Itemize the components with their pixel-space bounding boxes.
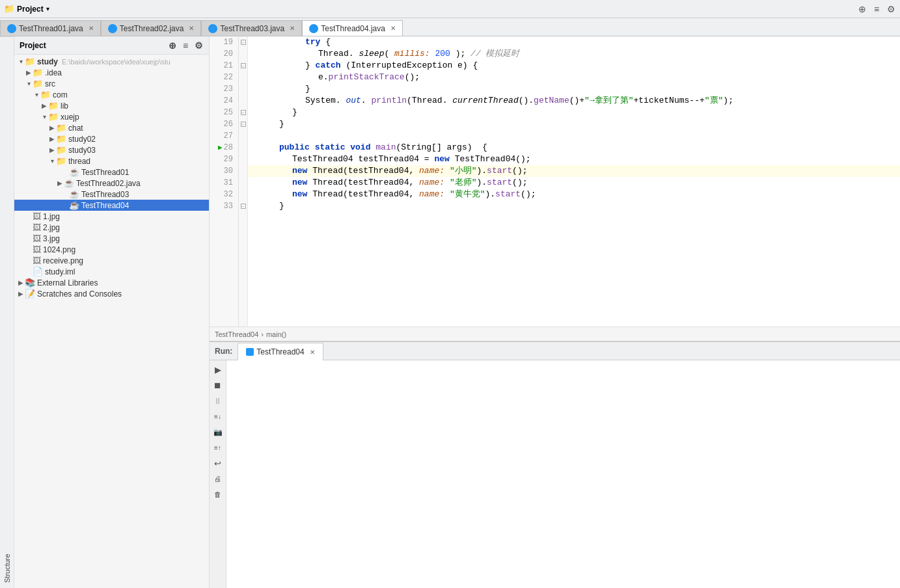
line-num-30: 30: [210, 165, 238, 177]
settings-icon[interactable]: ⚙: [886, 4, 896, 14]
java-file-icon: [309, 24, 318, 33]
fold-33[interactable]: −: [241, 204, 246, 209]
folder-icon: 📁: [33, 68, 43, 77]
sidebar-add-icon[interactable]: ⊕: [167, 40, 178, 51]
gutter-19: −: [239, 36, 247, 48]
tree-item-testthread03[interactable]: ☕ TestThread03: [14, 189, 209, 200]
code-text: try {: [305, 36, 331, 48]
tree-item-scratches[interactable]: ▶ 📝 Scratches and Consoles: [14, 288, 209, 299]
code-line-21: } catch (InterruptedException e) {: [248, 60, 900, 72]
tree-item-study[interactable]: ▾ 📁 study E:\baidu\workspace\idea\xuejp\…: [14, 56, 209, 67]
sidebar-item-z[interactable]: Z:: [0, 36, 1, 588]
code-view[interactable]: 19 20 21 22 23 24 25 26 27 ▶28 29 30 31 …: [210, 36, 900, 327]
tree-item-idea[interactable]: ▶ 📁 .idea: [14, 67, 209, 78]
restore-button[interactable]: ↩: [211, 457, 225, 470]
arrow-icon: ▾: [40, 113, 48, 120]
bottom-tabs: Run: TestThread04 ✕: [210, 342, 900, 360]
tree-item-3jpg[interactable]: 🖼 3.jpg: [14, 233, 209, 244]
pause-button[interactable]: ⏸: [211, 394, 225, 407]
add-icon[interactable]: ⊕: [857, 4, 867, 14]
dropdown-arrow[interactable]: ▾: [46, 5, 49, 12]
fold-26[interactable]: −: [241, 122, 246, 127]
sidebar-header: Project ⊕ ≡ ⚙: [14, 36, 209, 55]
close-tab-icon[interactable]: ✕: [189, 25, 194, 32]
java-file-icon: ☕: [69, 167, 79, 177]
tab-testthread04[interactable]: TestThread04.java ✕: [302, 20, 403, 36]
tab-testthread02[interactable]: TestThread02.java ✕: [101, 20, 202, 36]
folder-icon: 📁: [40, 90, 51, 100]
tree-item-study03[interactable]: ▶ 📁 study03: [14, 144, 209, 155]
sidebar-settings-icon[interactable]: ⚙: [193, 40, 204, 51]
run-gutter-icon[interactable]: ▶: [218, 142, 223, 154]
folder-icon: 📁: [56, 134, 66, 144]
tree-label: TestThread03: [81, 190, 129, 199]
tree-label: 1.jpg: [43, 212, 60, 221]
close-tab-icon[interactable]: ✕: [89, 25, 94, 32]
tree-item-2jpg[interactable]: 🖼 2.jpg: [14, 222, 209, 233]
clear-button[interactable]: 🗑: [211, 488, 225, 501]
sidebar-menu-icon[interactable]: ≡: [180, 40, 191, 51]
java-file-icon: [108, 24, 117, 33]
code-text: }: [292, 107, 297, 118]
tree-item-chat[interactable]: ▶ 📁 chat: [14, 122, 209, 133]
tree-item-testthread02-folder[interactable]: ▶ ☕ TestThread02.java: [14, 178, 209, 189]
screenshot-button[interactable]: 📷: [211, 425, 225, 438]
line-num-33: 33: [210, 200, 238, 212]
tree-label: thread: [68, 157, 90, 166]
stop-button[interactable]: ⏹: [211, 379, 225, 392]
sidebar-item-structure[interactable]: Structure: [1, 36, 14, 588]
sidebar-header-icons: ⊕ ≡ ⚙: [167, 40, 204, 51]
tree-item-1jpg[interactable]: 🖼 1.jpg: [14, 211, 209, 222]
java-file-icon: [208, 24, 217, 33]
tree-item-thread[interactable]: ▾ 📁 thread: [14, 155, 209, 167]
top-bar-icons: ⊕ ≡ ⚙: [857, 4, 896, 14]
bottom-tab-testthread04[interactable]: TestThread04 ✕: [238, 343, 323, 361]
close-run-tab-icon[interactable]: ✕: [310, 349, 315, 356]
line-num-29: 29: [210, 154, 238, 165]
code-text: public static void main(String[] args) {: [279, 142, 487, 154]
bottom-left-tools: ▶ ⏹ ⏸ ≡↓ 📷 ≡↑ ↩ 🖨 🗑: [210, 360, 226, 588]
print-button[interactable]: 🖨: [211, 472, 225, 485]
tree-item-study02[interactable]: ▶ 📁 study02: [14, 133, 209, 144]
tree-item-com[interactable]: ▾ 📁 com: [14, 89, 209, 100]
tab-testthread03[interactable]: TestThread03.java ✕: [201, 20, 302, 36]
code-text: }: [279, 118, 284, 130]
fold-21[interactable]: −: [241, 63, 246, 68]
code-lines: try { Thread. sleep( millis: 200 ); // 模…: [248, 36, 900, 327]
tree-item-src[interactable]: ▾ 📁 src: [14, 78, 209, 89]
tree-label: lib: [61, 101, 68, 111]
tab-testthread01[interactable]: TestThread01.java ✕: [0, 20, 101, 36]
tree-label: src: [45, 79, 55, 88]
bottom-main: ▶ ⏹ ⏸ ≡↓ 📷 ≡↑ ↩ 🖨 🗑: [210, 360, 900, 588]
run-button[interactable]: ▶: [211, 363, 225, 376]
folder-icon: 📁: [48, 112, 59, 122]
tree-item-testthread01[interactable]: ☕ TestThread01: [14, 167, 209, 178]
tree-item-1024png[interactable]: 🖼 1024.png: [14, 244, 209, 255]
tree-item-lib[interactable]: ▶ 📁 lib: [14, 100, 209, 111]
arrow-icon: ▾: [17, 58, 25, 65]
fold-19[interactable]: −: [241, 40, 246, 45]
close-tab-icon[interactable]: ✕: [390, 25, 396, 32]
folder-icon: 📁: [56, 145, 66, 155]
folder-icon: 📁: [56, 123, 66, 133]
gutter-32: [239, 189, 247, 200]
arrow-icon: ▶: [48, 124, 56, 131]
image-file-icon: 🖼: [33, 211, 41, 221]
code-text: new Thread(testThread04, name: "小明").sta…: [292, 165, 528, 177]
fold-25[interactable]: −: [241, 110, 246, 115]
scroll-top-button[interactable]: ≡↑: [211, 441, 225, 454]
scroll-end-button[interactable]: ≡↓: [211, 410, 225, 423]
tree-item-xuejp[interactable]: ▾ 📁 xuejp: [14, 111, 209, 122]
gutter-31: [239, 177, 247, 189]
tree-label: TestThread01: [81, 168, 129, 177]
tree-item-studyiml[interactable]: 📄 study.iml: [14, 266, 209, 277]
tree-item-testthread04[interactable]: ☕ TestThread04: [14, 200, 209, 211]
code-line-31: new Thread(testThread04, name: "老师").sta…: [248, 177, 900, 189]
menu-icon[interactable]: ≡: [871, 4, 882, 14]
arrow-icon: ▶: [48, 146, 56, 154]
tab-label: TestThread01.java: [19, 24, 83, 33]
tree-item-external-libraries[interactable]: ▶ 📚 External Libraries: [14, 277, 209, 288]
sidebar-title: Project: [20, 41, 46, 50]
close-tab-icon[interactable]: ✕: [290, 25, 295, 32]
tree-item-receivepng[interactable]: 🖼 receive.png: [14, 255, 209, 266]
